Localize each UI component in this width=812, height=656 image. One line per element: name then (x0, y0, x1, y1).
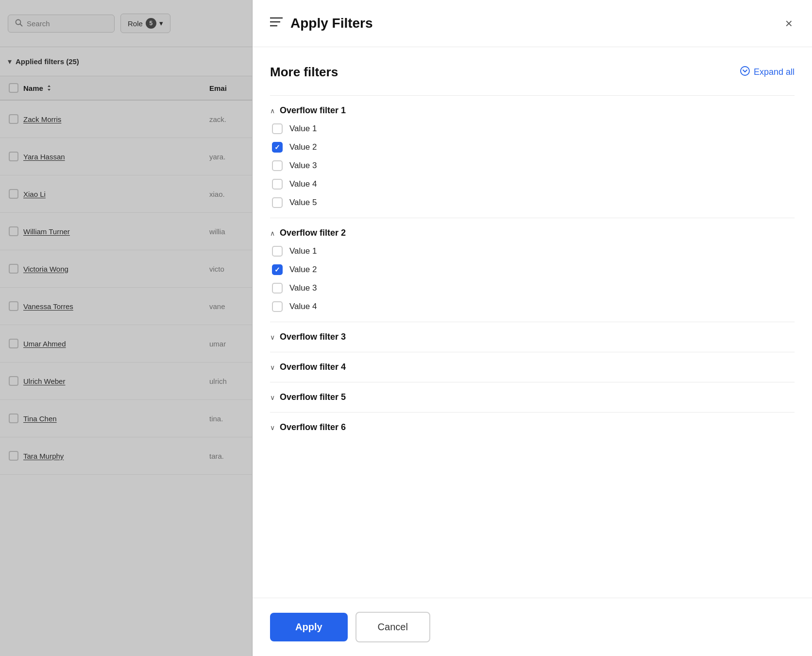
filter-option: Value 1 (272, 246, 795, 257)
filter-option-checkbox[interactable] (272, 301, 283, 312)
filter-panel: Apply Filters × More filters Expand all … (253, 0, 812, 656)
filter-option-label: Value 5 (289, 198, 317, 207)
filter-options-filter1: Value 1 Value 2 Value 3 Value 4 (270, 123, 795, 208)
filter-option-label: Value 2 (289, 265, 317, 275)
filter-icon (270, 17, 283, 30)
filter-section-filter1: ∧ Overflow filter 1 Value 1 Value 2 Valu… (270, 95, 795, 218)
filter-section-title: Overflow filter 2 (280, 228, 346, 238)
more-filters-title: More filters (270, 65, 338, 80)
filter-option-checkbox[interactable] (272, 160, 283, 171)
filter-footer: Apply Cancel (253, 598, 812, 656)
filter-section-filter3: ∨ Overflow filter 3 (270, 322, 795, 352)
filter-section-header-filter1[interactable]: ∧ Overflow filter 1 (270, 105, 795, 116)
chevron-icon: ∨ (270, 424, 275, 431)
filter-option-label: Value 4 (289, 179, 317, 189)
filter-option-label: Value 3 (289, 161, 317, 171)
close-panel-button[interactable]: × (783, 14, 795, 33)
filter-section-title: Overflow filter 4 (280, 362, 346, 372)
filter-section-title: Overflow filter 1 (280, 105, 346, 116)
chevron-icon: ∨ (270, 334, 275, 341)
expand-all-label: Expand all (754, 67, 795, 77)
more-filters-header: More filters Expand all (270, 65, 795, 80)
filter-option-checkbox[interactable] (272, 264, 283, 275)
filter-section-header-filter4[interactable]: ∨ Overflow filter 4 (270, 362, 795, 372)
filter-section-title: Overflow filter 3 (280, 332, 346, 342)
filter-option: Value 4 (272, 179, 795, 190)
filter-section-header-filter3[interactable]: ∨ Overflow filter 3 (270, 332, 795, 342)
filter-option: Value 2 (272, 142, 795, 153)
filter-panel-title: Apply Filters (290, 16, 373, 31)
chevron-icon: ∨ (270, 364, 275, 371)
filter-options-filter2: Value 1 Value 2 Value 3 Value 4 (270, 246, 795, 312)
filter-option: Value 3 (272, 160, 795, 171)
filter-option: Value 4 (272, 301, 795, 312)
filter-option: Value 1 (272, 123, 795, 134)
chevron-icon: ∧ (270, 107, 275, 114)
filter-option-checkbox[interactable] (272, 123, 283, 134)
filter-section-filter6: ∨ Overflow filter 6 (270, 412, 795, 442)
cancel-button[interactable]: Cancel (355, 612, 430, 642)
filter-option-checkbox[interactable] (272, 179, 283, 190)
apply-button[interactable]: Apply (270, 613, 348, 641)
filter-section-title: Overflow filter 6 (280, 422, 346, 432)
filter-option-checkbox[interactable] (272, 197, 283, 208)
filter-option-checkbox[interactable] (272, 142, 283, 153)
filter-section-filter5: ∨ Overflow filter 5 (270, 382, 795, 412)
chevron-icon: ∨ (270, 394, 275, 401)
filter-panel-header: Apply Filters × (253, 0, 812, 47)
filter-option-label: Value 1 (289, 124, 317, 134)
filter-option-label: Value 3 (289, 283, 317, 293)
filter-option: Value 3 (272, 283, 795, 293)
filter-option-label: Value 1 (289, 246, 317, 256)
filter-section-header-filter5[interactable]: ∨ Overflow filter 5 (270, 392, 795, 402)
filter-option: Value 2 (272, 264, 795, 275)
filter-section-title: Overflow filter 5 (280, 392, 346, 402)
filter-option: Value 5 (272, 197, 795, 208)
filter-option-label: Value 2 (289, 142, 317, 152)
filter-section-filter4: ∨ Overflow filter 4 (270, 352, 795, 382)
filter-option-checkbox[interactable] (272, 246, 283, 257)
filter-sections: ∧ Overflow filter 1 Value 1 Value 2 Valu… (270, 95, 795, 442)
svg-point-5 (741, 67, 749, 75)
filter-section-header-filter2[interactable]: ∧ Overflow filter 2 (270, 228, 795, 238)
filter-section-header-filter6[interactable]: ∨ Overflow filter 6 (270, 422, 795, 432)
filter-option-label: Value 4 (289, 302, 317, 311)
filter-header-left: Apply Filters (270, 16, 373, 31)
expand-all-button[interactable]: Expand all (740, 66, 795, 78)
chevron-icon: ∧ (270, 230, 275, 237)
filter-section-filter2: ∧ Overflow filter 2 Value 1 Value 2 Valu… (270, 218, 795, 322)
filter-option-checkbox[interactable] (272, 283, 283, 293)
expand-all-icon (740, 66, 750, 78)
filter-body: More filters Expand all ∧ Overflow filte… (253, 47, 812, 598)
